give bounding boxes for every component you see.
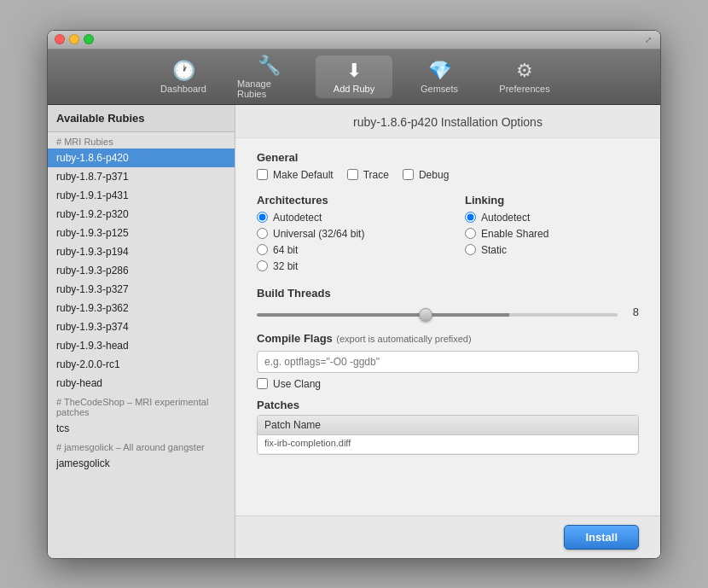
arch-64bit-label: 64 bit (273, 244, 298, 256)
maximize-button[interactable] (84, 34, 94, 44)
debug-option: Debug (403, 169, 449, 181)
fullscreen-icon[interactable]: ⤢ (643, 35, 653, 45)
sidebar-section-mri: # MRI Rubies (48, 132, 235, 148)
architectures-label: Architectures (257, 194, 431, 207)
main-content: Available Rubies # MRI Rubies ruby-1.8.6… (48, 105, 660, 558)
arch-32bit-option: 32 bit (257, 260, 431, 272)
add-ruby-icon: ⬇ (346, 60, 362, 82)
debug-checkbox[interactable] (403, 169, 414, 180)
sidebar-item-ruby-193-p327[interactable]: ruby-1.9.3-p327 (48, 280, 235, 299)
detail-footer: Install (235, 515, 660, 558)
manage-rubies-icon: 🔧 (258, 55, 281, 77)
arch-autodetect-radio[interactable] (257, 212, 268, 223)
make-default-checkbox[interactable] (257, 169, 268, 180)
architectures-col: Architectures Autodetect Universal (32/6… (257, 194, 431, 277)
arch-autodetect-option: Autodetect (257, 212, 431, 224)
build-threads-label: Build Threads (257, 287, 639, 300)
sidebar-item-ruby-193-p194[interactable]: ruby-1.9.3-p194 (48, 242, 235, 261)
linking-col: Linking Autodetect Enable Shared Static (465, 194, 639, 277)
make-default-option: Make Default (257, 169, 334, 181)
sidebar-item-ruby-193-p362[interactable]: ruby-1.9.3-p362 (48, 299, 235, 317)
arch-64bit-radio[interactable] (257, 244, 268, 255)
arch-autodetect-label: Autodetect (273, 212, 322, 224)
toolbar-item-dashboard[interactable]: 🕐 Dashboard (145, 55, 222, 98)
close-button[interactable] (55, 34, 65, 44)
arch-universal-option: Universal (32/64 bit) (257, 228, 431, 240)
link-shared-radio[interactable] (465, 228, 476, 239)
patches-table: Patch Name fix-irb-completion.diff (257, 415, 639, 455)
sidebar-item-ruby-193-head[interactable]: ruby-1.9.3-head (48, 336, 235, 355)
sidebar-title: Available Rubies (48, 105, 235, 132)
link-static-label: Static (481, 244, 507, 256)
sidebar-item-ruby-191-p431[interactable]: ruby-1.9.1-p431 (48, 186, 235, 205)
compile-flags-input[interactable] (257, 351, 639, 373)
build-threads-slider-container (257, 305, 618, 320)
sidebar-item-ruby-192-p320[interactable]: ruby-1.9.2-p320 (48, 205, 235, 224)
use-clang-label: Use Clang (273, 378, 321, 390)
arch-64bit-option: 64 bit (257, 244, 431, 256)
sidebar-item-tcs[interactable]: tcs (48, 419, 235, 438)
patches-header: Patch Name (258, 416, 638, 435)
compile-flags-sublabel: (export is automatically prefixed) (336, 334, 471, 344)
sidebar: Available Rubies # MRI Rubies ruby-1.8.6… (48, 105, 235, 558)
toolbar: 🕐 Dashboard 🔧 Manage Rubies ⬇ Add Ruby 💎… (48, 49, 660, 105)
trace-label: Trace (363, 169, 389, 181)
main-window: ⤢ 🕐 Dashboard 🔧 Manage Rubies ⬇ Add Ruby… (47, 30, 661, 559)
gemsets-icon: 💎 (428, 60, 451, 82)
make-default-label: Make Default (273, 169, 334, 181)
patches-label: Patches (257, 399, 639, 411)
general-label: General (257, 151, 639, 164)
sidebar-item-ruby-193-p286[interactable]: ruby-1.9.3-p286 (48, 261, 235, 280)
toolbar-label-preferences: Preferences (499, 84, 549, 94)
compile-flags-label: Compile Flags (257, 332, 333, 345)
sidebar-item-ruby-200-rc1[interactable]: ruby-2.0.0-rc1 (48, 355, 235, 374)
general-options-row: Make Default Trace Debug (257, 169, 639, 185)
build-threads-row: 8 (257, 305, 639, 320)
detail-title: ruby-1.8.6-p420 Installation Options (235, 105, 660, 138)
arch-universal-radio[interactable] (257, 228, 268, 239)
sidebar-item-ruby-193-p125[interactable]: ruby-1.9.3-p125 (48, 224, 235, 242)
preferences-icon: ⚙ (516, 60, 533, 82)
detail-body: General Make Default Trace Debug (235, 138, 660, 515)
toolbar-item-add-ruby[interactable]: ⬇ Add Ruby (316, 55, 392, 98)
arch-32bit-radio[interactable] (257, 260, 268, 271)
arch-linking-section: Architectures Autodetect Universal (32/6… (257, 194, 639, 277)
use-clang-checkbox[interactable] (257, 378, 268, 389)
link-static-radio[interactable] (465, 244, 476, 255)
linking-label: Linking (465, 194, 639, 207)
sidebar-item-ruby-head[interactable]: ruby-head (48, 374, 235, 393)
link-shared-option: Enable Shared (465, 228, 639, 240)
link-shared-label: Enable Shared (481, 228, 548, 240)
sidebar-item-ruby-187-p371[interactable]: ruby-1.8.7-p371 (48, 167, 235, 186)
install-button[interactable]: Install (564, 525, 639, 550)
sidebar-item-jamesgolick[interactable]: jamesgolick (48, 454, 235, 473)
link-autodetect-radio[interactable] (465, 212, 476, 223)
build-threads-slider[interactable] (257, 313, 618, 317)
traffic-lights (55, 34, 94, 44)
toolbar-label-manage-rubies: Manage Rubies (237, 79, 300, 99)
debug-label: Debug (419, 169, 449, 181)
link-autodetect-label: Autodetect (481, 212, 530, 224)
link-autodetect-option: Autodetect (465, 212, 639, 224)
toolbar-label-add-ruby: Add Ruby (334, 84, 374, 94)
patches-row: fix-irb-completion.diff (258, 435, 638, 454)
trace-checkbox[interactable] (347, 169, 358, 180)
use-clang-row: Use Clang (257, 378, 639, 390)
toolbar-item-preferences[interactable]: ⚙ Preferences (486, 55, 563, 98)
toolbar-label-gemsets: Gemsets (421, 84, 458, 94)
minimize-button[interactable] (69, 34, 79, 44)
build-threads-value: 8 (626, 306, 639, 318)
trace-option: Trace (347, 169, 389, 181)
toolbar-item-manage-rubies[interactable]: 🔧 Manage Rubies (230, 50, 307, 103)
toolbar-item-gemsets[interactable]: 💎 Gemsets (401, 55, 478, 98)
sidebar-item-ruby-186-p420[interactable]: ruby-1.8.6-p420 (48, 148, 235, 167)
dashboard-icon: 🕐 (172, 60, 195, 82)
sidebar-item-ruby-193-p374[interactable]: ruby-1.9.3-p374 (48, 317, 235, 336)
detail-pane: ruby-1.8.6-p420 Installation Options Gen… (235, 105, 660, 558)
compile-flags-section: Compile Flags (export is automatically p… (257, 330, 639, 346)
sidebar-section-tcs: # TheCodeShop – MRI experimental patches (48, 393, 235, 419)
arch-universal-label: Universal (32/64 bit) (273, 228, 364, 240)
arch-32bit-label: 32 bit (273, 260, 298, 272)
titlebar: ⤢ (48, 31, 660, 49)
sidebar-section-jamesgolick: # jamesgolick – All around gangster (48, 438, 235, 454)
